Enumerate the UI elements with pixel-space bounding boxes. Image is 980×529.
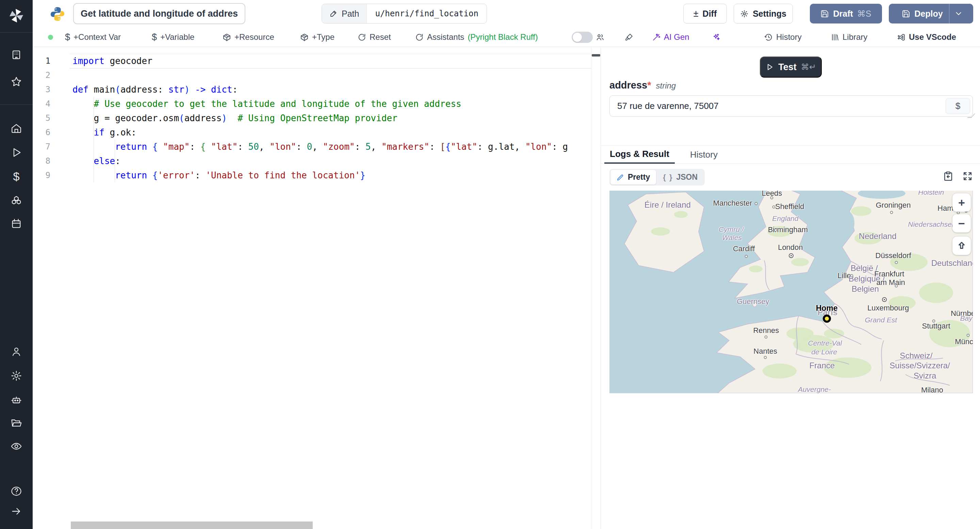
- map-label: France: [809, 361, 835, 370]
- variable-picker-button[interactable]: $: [946, 98, 970, 114]
- script-title-input[interactable]: [73, 3, 245, 24]
- map-label: Frankfurt: [874, 269, 904, 279]
- expand-icon[interactable]: [962, 171, 973, 182]
- city-dot: [850, 274, 853, 277]
- horizontal-scrollbar[interactable]: [71, 521, 313, 529]
- refresh-icon: [358, 33, 366, 41]
- map-label: Suisse/Svizzera/: [889, 361, 950, 370]
- ai-gen-button[interactable]: AI Gen: [652, 27, 689, 47]
- map-zoom-in-button[interactable]: +: [953, 193, 971, 212]
- tab-history[interactable]: History: [684, 146, 724, 164]
- city-dot: [764, 356, 767, 359]
- assistants-status: (Pyright Black Ruff): [468, 32, 538, 42]
- pretty-toggle[interactable]: Pretty: [611, 170, 656, 185]
- diff-icon: ±: [694, 8, 698, 19]
- map-label: Rennes: [753, 326, 779, 335]
- sparkles-icon[interactable]: [712, 27, 721, 47]
- library-button[interactable]: Library: [830, 27, 867, 47]
- map-label: Manchester: [713, 199, 752, 208]
- editor-scrollbar-gutter: [591, 47, 601, 529]
- city-dot: [882, 297, 887, 302]
- argument-type: string: [656, 81, 676, 91]
- folders-icon[interactable]: [10, 416, 23, 430]
- map-label: Wales: [722, 234, 742, 242]
- map-label: München: [955, 337, 973, 346]
- map-label: Luxembourg: [867, 304, 909, 312]
- history-clock-icon: [764, 33, 773, 41]
- package-icon: [223, 33, 231, 41]
- home-icon[interactable]: [10, 121, 23, 135]
- map-label: Holstein: [918, 191, 944, 196]
- path-field[interactable]: Path u/henri/find_location: [321, 4, 487, 24]
- history-button[interactable]: History: [764, 27, 802, 47]
- assistants-button[interactable]: Assistants (Pyright Black Ruff): [415, 27, 538, 47]
- resources-boxes-icon[interactable]: [10, 193, 23, 207]
- use-vscode-button[interactable]: Use VScode: [897, 27, 956, 47]
- multiplayer-users-icon[interactable]: [596, 27, 605, 47]
- add-context-var-button[interactable]: $ +Context Var: [65, 27, 121, 47]
- favorites-star-icon[interactable]: [10, 75, 23, 89]
- workspace-icon[interactable]: [10, 48, 23, 62]
- tab-logs-result[interactable]: Logs & Result: [605, 146, 675, 164]
- add-resource-button[interactable]: +Resource: [223, 27, 274, 47]
- arrow-up-icon: [956, 241, 967, 251]
- test-button[interactable]: Test ⌘↵: [760, 56, 822, 78]
- draft-button[interactable]: Draft ⌘S: [810, 4, 882, 24]
- users-person-icon[interactable]: [10, 345, 23, 359]
- runs-play-icon[interactable]: [10, 146, 23, 159]
- help-icon[interactable]: [10, 484, 23, 498]
- code-line: 9return {'error': 'Unable to find the lo…: [33, 168, 591, 182]
- city-dot: [890, 211, 893, 214]
- city-dot: [772, 205, 775, 208]
- code-editor[interactable]: 1import geocoder23def main(address: str)…: [33, 47, 591, 529]
- address-input[interactable]: [609, 95, 973, 117]
- scrollbar-thumb[interactable]: [592, 54, 600, 56]
- argument-header: address* string: [609, 80, 676, 91]
- add-variable-button[interactable]: $ +Variable: [152, 27, 194, 47]
- map-label: België /: [851, 263, 878, 273]
- map-label: am Main: [876, 278, 905, 287]
- dollar-icon: $: [65, 32, 70, 43]
- map-label: Home: [816, 303, 838, 312]
- city-dot: [789, 253, 794, 258]
- deploy-dropdown[interactable]: [949, 4, 968, 24]
- audit-logs-eye-icon[interactable]: [10, 440, 23, 453]
- copy-to-clipboard-icon[interactable]: [943, 171, 953, 182]
- deploy-button[interactable]: Deploy: [889, 4, 973, 24]
- collapse-arrow-right-icon[interactable]: [10, 505, 23, 518]
- pencil-icon: [329, 10, 337, 18]
- format-brush-icon[interactable]: [625, 27, 633, 47]
- result-map[interactable]: LeedsHolsteinÉire / IrelandManchesterShe…: [609, 191, 973, 393]
- map-label: Schweiz/: [900, 351, 932, 360]
- windmill-logo-icon[interactable]: [8, 8, 24, 24]
- map-label: Nantes: [753, 347, 777, 356]
- map-label: Cymru /: [719, 225, 744, 234]
- map-label: Düsseldorf: [875, 251, 911, 260]
- pen-icon: [617, 173, 624, 181]
- header: Path u/henri/find_location ± Diff Settin…: [33, 0, 980, 27]
- path-label: Path: [342, 9, 359, 19]
- sidebar: $: [0, 0, 33, 529]
- settings-button[interactable]: Settings: [733, 4, 793, 24]
- add-type-button[interactable]: +Type: [300, 27, 334, 47]
- sidebar-divider: [0, 32, 33, 33]
- workers-robot-icon[interactable]: [10, 393, 23, 407]
- schedules-calendar-icon[interactable]: [10, 217, 23, 231]
- diff-button[interactable]: ± Diff: [683, 4, 727, 24]
- result-tabs: Logs & Result History: [601, 145, 980, 164]
- home-marker[interactable]: [823, 314, 831, 323]
- city-dot: [765, 335, 768, 338]
- city-dot: [967, 334, 970, 337]
- map-recenter-button[interactable]: [953, 237, 971, 255]
- map-label: Bayern: [960, 314, 973, 322]
- settings-gear-icon[interactable]: [10, 369, 23, 382]
- path-label-segment: Path: [322, 4, 367, 23]
- multiplayer-toggle[interactable]: [572, 32, 593, 43]
- variables-dollar-icon[interactable]: $: [10, 169, 23, 183]
- map-label: Éire / Ireland: [644, 200, 691, 210]
- editor-toolbar: $ +Context Var $ +Variable +Resource +Ty…: [33, 27, 980, 47]
- reset-button[interactable]: Reset: [358, 27, 391, 47]
- json-toggle[interactable]: { } JSON: [657, 170, 704, 185]
- map-label: London: [778, 243, 803, 252]
- map-zoom-out-button[interactable]: −: [953, 214, 971, 233]
